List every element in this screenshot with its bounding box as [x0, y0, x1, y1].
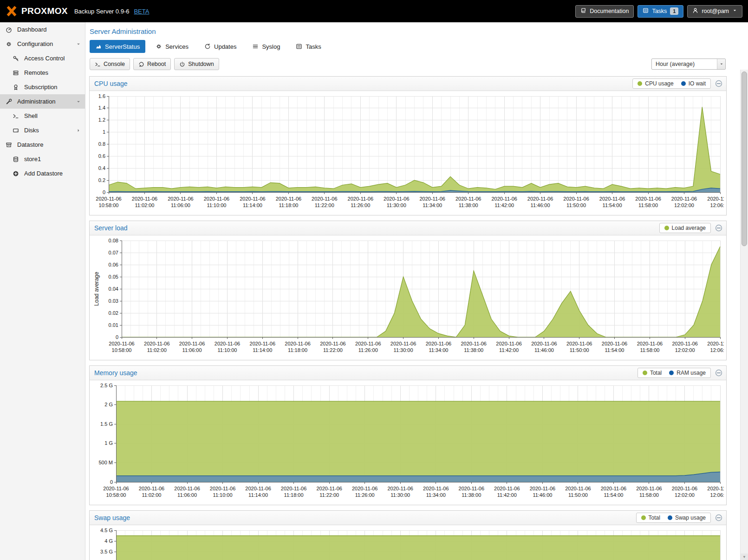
sidebar-item-label: Configuration: [17, 40, 53, 47]
svg-text:11:42:00: 11:42:00: [499, 347, 519, 353]
chart-legend: Load average: [659, 223, 711, 233]
svg-text:2020-11-06: 2020-11-06: [355, 341, 381, 346]
main-content: Server Administration ServerStatusServic…: [86, 22, 748, 560]
tab-syslog[interactable]: Syslog: [247, 40, 286, 53]
sidebar-item-subscription[interactable]: Subscription: [0, 80, 85, 94]
sidebar-item-datastore[interactable]: Datastore: [0, 137, 85, 152]
scrollbar[interactable]: ▼: [740, 70, 748, 560]
svg-text:2020-11-06: 2020-11-06: [281, 486, 306, 491]
svg-text:2020-11-06: 2020-11-06: [461, 341, 486, 346]
tab-label: ServerStatus: [105, 43, 140, 50]
chart-body: 0500 M1 G1.5 G2 G2.5 G3 G3.5 G4 G4.5 G20…: [90, 525, 726, 560]
tab-label: Services: [165, 43, 189, 50]
svg-text:11:50:00: 11:50:00: [568, 492, 588, 498]
svg-text:2020-11-06: 2020-11-06: [672, 486, 697, 491]
legend-item: CPU usage: [637, 80, 673, 87]
legend-dot: [643, 371, 647, 375]
gear-icon: [156, 43, 162, 50]
legend-item: Load average: [664, 225, 706, 231]
tab-updates[interactable]: Updates: [199, 40, 242, 53]
user-icon: [692, 7, 698, 15]
svg-text:2020-11-06: 2020-11-06: [671, 196, 697, 202]
sidebar-item-add-datastore[interactable]: Add Datastore: [0, 166, 85, 181]
collapse-icon[interactable]: [715, 369, 722, 377]
svg-text:11:50:00: 11:50:00: [566, 202, 586, 208]
sidebar-item-shell[interactable]: Shell: [0, 109, 85, 123]
chart-panel-cpu: CPU usageCPU usageIO wait00.20.40.60.811…: [89, 76, 727, 215]
tab-serverstatus[interactable]: ServerStatus: [90, 40, 145, 53]
legend-label: Total: [649, 514, 660, 521]
sidebar-item-store1[interactable]: store1: [0, 152, 85, 166]
scrollbar-thumb[interactable]: [741, 72, 747, 246]
svg-text:11:26:00: 11:26:00: [351, 202, 370, 208]
button-label: Reboot: [147, 61, 166, 67]
sidebar-item-remotes[interactable]: Remotes: [0, 65, 85, 80]
svg-text:2020-11-06: 2020-11-06: [179, 341, 205, 346]
remotes-icon: [13, 70, 20, 76]
svg-text:2020-11-06: 2020-11-06: [210, 486, 235, 491]
sidebar-item-dashboard[interactable]: Dashboard: [0, 22, 85, 37]
undo-icon: [138, 61, 144, 67]
svg-text:11:06:00: 11:06:00: [171, 202, 190, 208]
chart-panel-load: Server loadLoad average00.010.020.030.04…: [89, 221, 727, 360]
svg-text:1.5 G: 1.5 G: [100, 421, 113, 427]
proxmox-x-icon: [6, 5, 18, 17]
page-title: Server Administration: [86, 22, 748, 35]
svg-text:2020-11-06: 2020-11-06: [103, 486, 129, 491]
svg-text:10:58:00: 10:58:00: [106, 492, 126, 498]
chart-body: 00.010.020.030.040.050.060.070.082020-11…: [90, 235, 726, 360]
timeframe-select[interactable]: Hour (average): [651, 59, 726, 70]
chart-swap: 0500 M1 G1.5 G2 G2.5 G3 G3.5 G4 G4.5 G20…: [92, 527, 724, 560]
tab-tasks[interactable]: Tasks: [290, 40, 326, 53]
sidebar-item-administration[interactable]: Administration: [0, 94, 85, 109]
collapse-icon[interactable]: [715, 80, 722, 87]
tab-services[interactable]: Services: [150, 40, 194, 53]
reboot-button[interactable]: Reboot: [133, 58, 171, 70]
svg-text:2020-11-06: 2020-11-06: [312, 196, 337, 202]
gauge-icon: [6, 26, 13, 33]
sidebar-item-label: Datastore: [17, 141, 43, 148]
sidebar-item-access-control[interactable]: Access Control: [0, 51, 85, 65]
svg-text:2020-11-06: 2020-11-06: [139, 486, 164, 491]
button-label: Shutdown: [188, 61, 214, 67]
collapse-icon[interactable]: [715, 514, 722, 521]
chart-body: 00.20.40.60.811.21.41.62020-11-0610:58:0…: [90, 91, 726, 215]
console-button[interactable]: Console: [90, 58, 130, 70]
tasks-count-badge: 1: [670, 7, 678, 15]
svg-text:11:46:00: 11:46:00: [534, 347, 554, 353]
sidebar-item-disks[interactable]: Disks: [0, 123, 85, 137]
svg-text:2020-11-06: 2020-11-06: [204, 196, 229, 202]
user-menu-button[interactable]: root@pam: [687, 5, 742, 18]
chart-panel-memory: Memory usageTotalRAM usage0500 M1 G1.5 G…: [89, 365, 727, 505]
documentation-button[interactable]: Documentation: [575, 5, 634, 18]
collapse-icon[interactable]: [715, 224, 722, 232]
sidebar-item-configuration[interactable]: Configuration: [0, 37, 85, 51]
sidebar: DashboardConfigurationAccess ControlRemo…: [0, 22, 85, 560]
shutdown-button[interactable]: Shutdown: [174, 58, 219, 70]
svg-text:0.6: 0.6: [98, 153, 105, 159]
svg-text:2020-11-06: 2020-11-06: [250, 341, 275, 346]
svg-text:12:02:00: 12:02:00: [674, 202, 694, 208]
key-icon: [13, 55, 20, 62]
beta-link[interactable]: BETA: [134, 8, 149, 15]
documentation-label: Documentation: [590, 8, 629, 14]
svg-text:11:42:00: 11:42:00: [494, 202, 514, 208]
legend-label: CPU usage: [645, 80, 673, 87]
database-icon: [13, 156, 20, 163]
tasks-button[interactable]: Tasks 1: [637, 5, 683, 18]
svg-text:1 G: 1 G: [104, 440, 113, 446]
svg-text:3.5 G: 3.5 G: [100, 549, 113, 554]
legend-label: Load average: [672, 225, 706, 231]
svg-text:11:38:00: 11:38:00: [459, 202, 478, 208]
svg-text:2 G: 2 G: [104, 402, 113, 407]
svg-text:2020-11-06: 2020-11-06: [707, 341, 724, 346]
chart-body: 0500 M1 G1.5 G2 G2.5 G2020-11-0610:58:00…: [90, 380, 726, 505]
svg-text:0: 0: [116, 334, 118, 340]
scrollbar-down-arrow[interactable]: ▼: [741, 553, 748, 560]
legend-dot: [669, 371, 674, 375]
svg-text:2020-11-06: 2020-11-06: [285, 341, 310, 346]
wrench-icon: [6, 98, 13, 105]
svg-text:11:34:00: 11:34:00: [423, 202, 442, 208]
svg-text:0.8: 0.8: [98, 141, 105, 147]
svg-text:2020-11-06: 2020-11-06: [530, 486, 555, 491]
